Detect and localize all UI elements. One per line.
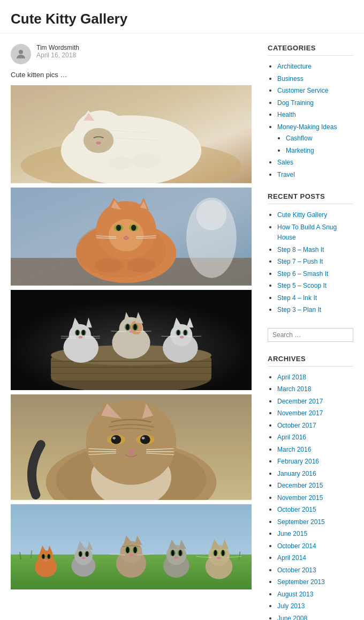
archive-link[interactable]: December 2015 [277, 482, 323, 489]
category-item: Customer Service [277, 85, 353, 96]
archive-item: April 2018 [277, 372, 353, 383]
search-input[interactable] [268, 328, 353, 341]
archive-link[interactable]: October 2014 [277, 542, 316, 550]
author-meta: Tim Wordsmith April 16, 2018 [36, 44, 79, 59]
archive-link[interactable]: December 2017 [277, 398, 323, 405]
recent-post-link[interactable]: Step 3 – Plan It [277, 306, 321, 313]
recent-post-link[interactable]: How To Build A Snug House [277, 223, 337, 242]
archive-link[interactable]: August 2013 [277, 591, 313, 598]
subcategory-link[interactable]: Cashflow [286, 135, 312, 142]
archive-item: November 2017 [277, 408, 353, 419]
subcategory-link[interactable]: Marketing [286, 147, 314, 154]
archive-item: February 2016 [277, 456, 353, 467]
archive-link[interactable]: September 2013 [277, 578, 325, 586]
recent-posts-title: RECENT POSTS [268, 192, 353, 204]
sidebar: CATEGORIES ArchitectureBusinessCustomer … [268, 44, 353, 620]
search-form: 🔍 [268, 328, 353, 342]
archive-link[interactable]: February 2016 [277, 458, 319, 465]
svg-point-70 [184, 330, 187, 335]
recent-posts-list: Cute Kitty GalleryHow To Build A Snug Ho… [268, 210, 353, 315]
recent-post-item: Step 5 – Scoop It [277, 280, 353, 291]
archive-link[interactable]: January 2016 [277, 470, 316, 477]
archives-section: ARCHIVES April 2018March 2018December 20… [268, 355, 353, 621]
archive-item: December 2017 [277, 396, 353, 407]
category-item: Travel [277, 169, 353, 180]
archive-link[interactable]: March 2016 [277, 446, 311, 453]
content-wrap: Tim Wordsmith April 16, 2018 Cute kitten… [0, 33, 364, 620]
archive-item: September 2013 [277, 577, 353, 587]
cat-image-2-svg [11, 188, 252, 286]
cat-image-1-svg [11, 85, 252, 183]
svg-point-0 [19, 50, 23, 54]
archive-item: October 2014 [277, 541, 353, 551]
recent-post-link[interactable]: Step 6 – Smash It [277, 270, 328, 278]
svg-point-32 [95, 258, 123, 272]
cat-image-4-svg [11, 394, 252, 500]
archive-item: December 2015 [277, 480, 353, 491]
svg-point-155 [217, 557, 221, 559]
subcategory-item: Cashflow [286, 133, 353, 144]
archive-link[interactable]: October 2015 [277, 506, 316, 513]
svg-point-126 [82, 557, 86, 559]
recent-post-link[interactable]: Cute Kitty Gallery [277, 211, 327, 219]
svg-point-135 [129, 554, 133, 556]
recent-post-link[interactable]: Step 8 – Mash It [277, 246, 324, 253]
svg-point-35 [196, 200, 226, 230]
recent-post-link[interactable]: Step 4 – Ink It [277, 294, 317, 302]
category-link[interactable]: Architecture [277, 63, 312, 70]
archive-link[interactable]: September 2015 [277, 518, 325, 526]
svg-point-51 [82, 330, 85, 335]
archive-link[interactable]: April 2018 [277, 374, 306, 381]
cat-image-4 [11, 394, 252, 502]
recent-post-item: Step 8 – Mash It [277, 244, 353, 255]
archive-link[interactable]: June 2008 [277, 615, 307, 621]
category-link[interactable]: Money-Making Ideas [277, 123, 337, 131]
search-section: 🔍 [268, 328, 353, 342]
archive-link[interactable]: November 2017 [277, 409, 323, 417]
site-header: Cute Kitty Gallery [0, 0, 364, 33]
svg-point-89 [112, 437, 116, 439]
archive-link[interactable]: April 2014 [277, 554, 306, 562]
svg-point-134 [133, 547, 137, 553]
category-item: Architecture [277, 61, 353, 72]
category-link[interactable]: Business [277, 75, 304, 83]
archive-link[interactable]: April 2016 [277, 434, 306, 441]
archive-link[interactable]: October 2013 [277, 566, 316, 574]
svg-rect-92 [130, 452, 132, 455]
svg-point-21 [116, 225, 121, 230]
category-link[interactable]: Dog Training [277, 99, 314, 107]
category-link[interactable]: Health [277, 111, 296, 118]
category-link[interactable]: Travel [277, 171, 295, 178]
recent-post-link[interactable]: Step 5 – Scoop It [277, 282, 327, 289]
post-date: April 16, 2018 [36, 51, 79, 59]
category-link[interactable]: Sales [277, 159, 293, 166]
svg-point-116 [48, 554, 50, 558]
archive-link[interactable]: November 2015 [277, 494, 323, 502]
archive-item: June 2015 [277, 528, 353, 539]
cat-image-3 [11, 290, 252, 393]
svg-point-124 [79, 551, 82, 557]
svg-point-12 [109, 157, 134, 169]
archive-item: November 2015 [277, 492, 353, 503]
svg-point-5 [84, 128, 113, 153]
svg-point-125 [86, 551, 89, 557]
archive-item: July 2013 [277, 601, 353, 611]
svg-point-145 [179, 550, 182, 556]
categories-list: ArchitectureBusinessCustomer ServiceDog … [268, 61, 353, 180]
recent-post-link[interactable]: Step 7 – Push It [277, 258, 323, 265]
archive-link[interactable]: June 2015 [277, 530, 307, 537]
archive-link[interactable]: July 2013 [277, 602, 305, 610]
categories-title: CATEGORIES [268, 44, 353, 56]
category-item: Health [277, 109, 353, 120]
category-item: Sales [277, 157, 353, 168]
post-intro: Cute kitten pics … [11, 71, 252, 79]
category-link[interactable]: Customer Service [277, 87, 328, 94]
archive-item: September 2015 [277, 517, 353, 527]
archive-link[interactable]: October 2017 [277, 422, 316, 429]
svg-point-69 [177, 330, 180, 335]
categories-section: CATEGORIES ArchitectureBusinessCustomer … [268, 44, 353, 180]
recent-post-item: Cute Kitty Gallery [277, 210, 353, 220]
archives-list: April 2018March 2018December 2017Novembe… [268, 372, 353, 621]
svg-point-11 [131, 153, 161, 168]
archive-link[interactable]: March 2018 [277, 385, 311, 393]
